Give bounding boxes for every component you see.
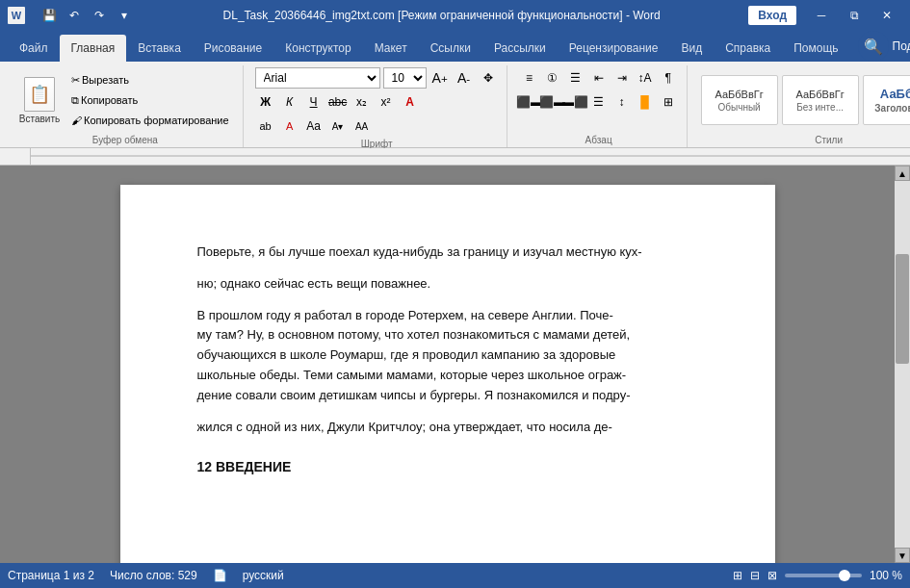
tab-mailings[interactable]: Рассылки [482, 35, 558, 62]
font-size-select[interactable]: 10 [383, 67, 427, 89]
redo-button[interactable]: ↷ [89, 5, 110, 26]
title-bar-left: W 💾 ↶ ↷ ▾ [8, 5, 135, 26]
document-area: Поверьте, я бы лучше поехал куда-нибудь … [0, 148, 910, 563]
vertical-scrollbar[interactable]: ▲ ▼ [895, 166, 910, 563]
save-button[interactable]: 💾 [39, 5, 60, 26]
highlight-button[interactable]: ab [255, 115, 276, 137]
tab-home[interactable]: Главная [60, 35, 127, 62]
text-paragraph-1: Поверьте, я бы лучше поехал куда-нибудь … [197, 243, 698, 263]
grow-font-button[interactable]: A+ [429, 67, 451, 89]
tab-design[interactable]: Конструктор [273, 35, 362, 62]
style-no-spacing[interactable]: АаБбВвГг Без инте... [782, 75, 859, 125]
borders-button[interactable]: ⊞ [658, 91, 679, 113]
style-normal-label: Обычный [710, 102, 769, 113]
tab-review[interactable]: Рецензирование [558, 35, 670, 62]
numbering-button[interactable]: ① [542, 67, 563, 89]
paste-button[interactable]: 📋 Вставить [15, 75, 64, 125]
scroll-up-button[interactable]: ▲ [895, 166, 910, 181]
align-buttons-row: ⬛▬ ⬛▬ ▬⬛ ☰ ↕ █ ⊞ [519, 91, 679, 113]
zoom-slider[interactable] [785, 574, 862, 577]
justify-button[interactable]: ☰ [588, 91, 610, 113]
italic-button[interactable]: К [279, 91, 300, 113]
document-area-wrapper: Поверьте, я бы лучше поехал куда-нибудь … [0, 148, 910, 563]
text-effects-button[interactable]: A [400, 91, 421, 113]
font-size-up2-button[interactable]: Аа [303, 115, 325, 137]
title-bar-right: Вход ─ ⧉ ✕ [748, 0, 902, 31]
shrink-font-button[interactable]: A- [454, 67, 475, 89]
tab-layout[interactable]: Макет [363, 35, 419, 62]
undo-button[interactable]: ↶ [64, 5, 85, 26]
copy-button[interactable]: ⧉ Копировать [65, 90, 235, 110]
tab-help[interactable]: Справка [714, 35, 782, 62]
scroll-down-button[interactable]: ▼ [895, 548, 910, 563]
text-paragraph-4: жился с одной из них, Джули Критчлоу; он… [197, 418, 698, 438]
style-nospacing-label: Без инте... [791, 102, 850, 113]
format-painter-button[interactable]: 🖌 Копировать форматирование [65, 111, 235, 130]
align-right-button[interactable]: ▬⬛ [565, 91, 586, 113]
subscript-button[interactable]: x₂ [351, 91, 373, 113]
style-normal[interactable]: АаБбВвГг Обычный [701, 75, 778, 125]
change-case-button[interactable]: АА [351, 115, 373, 137]
share-button[interactable]: Поделиться [893, 39, 910, 53]
login-button[interactable]: Вход [748, 6, 796, 25]
layout-icon-3[interactable]: ⊠ [767, 569, 777, 582]
tab-view[interactable]: Вид [669, 35, 714, 62]
shading-button[interactable]: █ [635, 91, 656, 113]
proofing-icon: 📄 [213, 569, 227, 582]
decrease-indent-button[interactable]: ⇤ [588, 67, 610, 89]
ribbon-tabs: Файл Главная Вставка Рисование Конструкт… [0, 31, 910, 62]
search-button[interactable]: 🔍 [858, 31, 889, 62]
font-style-row: Ж К Ч abc x₂ x² A [255, 91, 421, 113]
language-indicator[interactable]: русский [243, 569, 284, 582]
title-text: DL_Task_20366446_img2txt.com [Режим огра… [223, 9, 661, 22]
minimize-button[interactable]: ─ [806, 0, 837, 31]
close-button[interactable]: ✕ [871, 0, 902, 31]
tab-file[interactable]: Файл [8, 35, 60, 62]
line-spacing-button[interactable]: ↕ [611, 91, 633, 113]
text-chapter-heading: 12 ВВЕДЕНИЕ [197, 456, 698, 477]
show-marks-button[interactable]: ¶ [658, 67, 679, 89]
word-icon: W [8, 7, 25, 24]
tab-references[interactable]: Ссылки [419, 35, 482, 62]
text-paragraph-2: ню; однако сейчас есть вещи поважнее. [197, 274, 698, 294]
font-name-row: Arial 10 A+ A- ✥ [255, 67, 499, 89]
tab-insert[interactable]: Вставка [126, 35, 193, 62]
font-color-row: ab A Аа А▾ АА [255, 115, 373, 137]
clear-format-button[interactable]: ✥ [478, 67, 499, 89]
scroll-thumb[interactable] [896, 254, 909, 364]
tab-assist[interactable]: Помощь [782, 35, 849, 62]
increase-indent-button[interactable]: ⇥ [611, 67, 633, 89]
layout-icon-1[interactable]: ⊞ [733, 569, 742, 582]
multilevel-list-button[interactable]: ☰ [565, 67, 586, 89]
ruler-corner [0, 148, 31, 165]
customize-qat-button[interactable]: ▾ [114, 5, 135, 26]
strikethrough-button[interactable]: abc [327, 91, 349, 113]
superscript-button[interactable]: x² [376, 91, 397, 113]
copy-format-label: Копировать форматирование [84, 115, 229, 126]
document-scroll[interactable]: Поверьте, я бы лучше поехал куда-нибудь … [0, 166, 895, 563]
doc-scroll-area: Поверьте, я бы лучше поехал куда-нибудь … [0, 166, 910, 563]
underline-button[interactable]: Ч [303, 91, 325, 113]
align-left-button[interactable]: ⬛▬ [519, 91, 540, 113]
sort-button[interactable]: ↕A [635, 67, 656, 89]
bold-button[interactable]: Ж [255, 91, 276, 113]
font-color-button[interactable]: A [279, 115, 300, 137]
scissors-icon: ✂ [71, 74, 80, 87]
font-size-down2-button[interactable]: А▾ [327, 115, 349, 137]
ribbon: Файл Главная Вставка Рисование Конструкт… [0, 31, 910, 148]
bullets-button[interactable]: ≡ [519, 67, 540, 89]
style-heading1[interactable]: АаБбВ Заголово... [863, 75, 910, 125]
page-count: Страница 1 из 2 [8, 569, 94, 582]
restore-button[interactable]: ⧉ [839, 0, 870, 31]
horizontal-ruler [31, 148, 910, 165]
align-center-button[interactable]: ⬛▬ [542, 91, 563, 113]
layout-icon-2[interactable]: ⊟ [750, 569, 760, 582]
tab-draw[interactable]: Рисование [193, 35, 273, 62]
list-buttons-row: ≡ ① ☰ ⇤ ⇥ ↕A ¶ [519, 67, 679, 89]
cut-button[interactable]: ✂ Вырезать [65, 70, 235, 89]
font-content: Arial 10 A+ A- ✥ Ж К Ч abc x₂ [255, 67, 499, 137]
style-heading1-preview: АаБбВ [871, 87, 910, 101]
font-family-select[interactable]: Arial [255, 67, 380, 89]
zoom-level[interactable]: 100 % [870, 569, 902, 582]
ribbon-content: 📋 Вставить ✂ Вырезать ⧉ Копировать [0, 62, 910, 148]
